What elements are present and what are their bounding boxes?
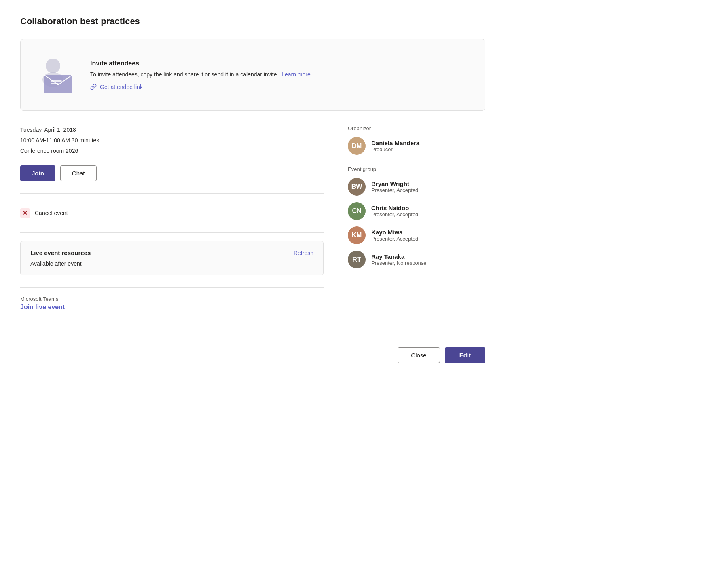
page-title: Collaboration best practices xyxy=(20,16,485,27)
event-group-list: BW Bryan Wright Presenter, Accepted CN C… xyxy=(348,178,485,268)
list-item: RT Ray Tanaka Presenter, No response xyxy=(348,251,485,268)
chat-button[interactable]: Chat xyxy=(60,165,97,181)
event-date-line: Tuesday, April 1, 2018 xyxy=(20,125,324,135)
member-role: Presenter, Accepted xyxy=(371,236,418,242)
left-panel: Tuesday, April 1, 2018 10:00 AM-11:00 AM… xyxy=(20,125,324,315)
member-info: Bryan Wright Presenter, Accepted xyxy=(371,180,418,193)
resources-title: Live event resources xyxy=(30,249,91,256)
right-panel: Organizer DM Daniela Mandera Producer Ev… xyxy=(348,125,485,315)
invite-heading: Invite attendees xyxy=(90,60,474,67)
invite-text: Invite attendees To invite attendees, co… xyxy=(90,60,474,90)
member-role: Presenter, Accepted xyxy=(371,211,418,218)
ms-teams-section: Microsoft Teams Join live event xyxy=(20,296,324,311)
avatar: CN xyxy=(348,202,366,220)
actions-row: Join Chat xyxy=(20,165,324,181)
organizer-section-label: Organizer xyxy=(348,125,485,131)
list-item: CN Chris Naidoo Presenter, Accepted xyxy=(348,202,485,220)
event-date: Tuesday, April 1, 2018 10:00 AM-11:00 AM… xyxy=(20,125,324,156)
resources-status: Available after event xyxy=(30,260,313,267)
resources-card: Live event resources Refresh Available a… xyxy=(20,241,324,275)
svg-rect-3 xyxy=(51,80,62,82)
list-item: KM Kayo Miwa Presenter, Accepted xyxy=(348,226,485,244)
cancel-event-row[interactable]: ✕ Cancel event xyxy=(20,202,324,224)
invite-description: To invite attendees, copy the link and s… xyxy=(90,70,474,79)
member-info: Ray Tanaka Presenter, No response xyxy=(371,253,427,266)
event-time-line: 10:00 AM-11:00 AM 30 minutes xyxy=(20,136,324,146)
member-info: Chris Naidoo Presenter, Accepted xyxy=(371,205,418,218)
member-name: Bryan Wright xyxy=(371,180,418,187)
svg-rect-4 xyxy=(51,83,59,84)
event-group-label: Event group xyxy=(348,166,485,172)
member-info: Kayo Miwa Presenter, Accepted xyxy=(371,229,418,242)
avatar: RT xyxy=(348,251,366,268)
link-icon xyxy=(90,84,97,90)
event-location-line: Conference room 2026 xyxy=(20,146,324,156)
join-live-event-link[interactable]: Join live event xyxy=(20,304,65,310)
organizer-info: Daniela Mandera Producer xyxy=(371,139,419,152)
join-button[interactable]: Join xyxy=(20,165,55,181)
organizer-role: Producer xyxy=(371,146,419,152)
get-attendee-link[interactable]: Get attendee link xyxy=(90,84,474,90)
organizer-avatar: DM xyxy=(348,137,366,155)
cancel-x-icon: ✕ xyxy=(20,208,30,218)
ms-teams-label: Microsoft Teams xyxy=(20,296,324,302)
invite-card: Invite attendees To invite attendees, co… xyxy=(20,39,485,111)
avatar: KM xyxy=(348,226,366,244)
learn-more-link[interactable]: Learn more xyxy=(281,71,311,78)
main-content: Tuesday, April 1, 2018 10:00 AM-11:00 AM… xyxy=(20,125,485,315)
member-name: Kayo Miwa xyxy=(371,229,418,236)
divider-3 xyxy=(20,287,324,288)
organizer-row: DM Daniela Mandera Producer xyxy=(348,137,485,155)
close-button[interactable]: Close xyxy=(398,347,440,363)
member-name: Chris Naidoo xyxy=(371,205,418,211)
divider-2 xyxy=(20,232,324,233)
divider-1 xyxy=(20,193,324,194)
invite-illustration xyxy=(32,51,80,99)
footer-actions: Close Edit xyxy=(20,339,485,363)
resources-header: Live event resources Refresh xyxy=(30,249,313,256)
organizer-name: Daniela Mandera xyxy=(371,139,419,146)
member-role: Presenter, No response xyxy=(371,260,427,266)
svg-point-0 xyxy=(46,59,60,73)
avatar: BW xyxy=(348,178,366,196)
refresh-link[interactable]: Refresh xyxy=(294,250,313,256)
edit-button[interactable]: Edit xyxy=(445,347,485,363)
member-role: Presenter, Accepted xyxy=(371,187,418,193)
get-attendee-link-label: Get attendee link xyxy=(100,84,143,90)
cancel-event-label: Cancel event xyxy=(35,210,68,216)
member-name: Ray Tanaka xyxy=(371,253,427,260)
list-item: BW Bryan Wright Presenter, Accepted xyxy=(348,178,485,196)
